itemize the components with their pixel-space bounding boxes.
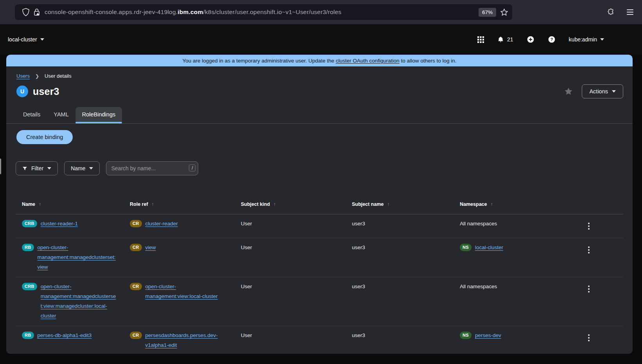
user-resource-badge: U xyxy=(16,86,28,97)
column-header-subjectname[interactable]: Subject name↑ xyxy=(346,195,454,214)
roleref-link[interactable]: persesdashboards.perses.dev-v1alpha1-edi… xyxy=(145,330,229,350)
namespace-text: All namespaces xyxy=(460,282,497,291)
breadcrumb: Users ❯ User details xyxy=(6,66,633,79)
kebab-menu-button[interactable] xyxy=(586,243,592,257)
browser-toolbar: console-openshift-console.apps.rdr-jeev-… xyxy=(0,0,642,24)
chevron-down-icon xyxy=(40,38,44,41)
tab-yaml[interactable]: YAML xyxy=(47,107,75,123)
kebab-menu-button[interactable] xyxy=(586,282,592,296)
kebab-cell xyxy=(579,238,598,277)
kebab-menu-button[interactable] xyxy=(586,331,592,344)
tab-rolebindings[interactable]: RoleBindings xyxy=(75,107,122,123)
column-header-namespace[interactable]: Namespace↑ xyxy=(454,195,579,214)
help-icon[interactable]: ? xyxy=(548,36,556,43)
binding-name-link[interactable]: open-cluster-management:managedclusterse… xyxy=(38,243,118,272)
bookmark-star-icon[interactable] xyxy=(500,8,508,16)
extensions-icon[interactable] xyxy=(607,8,615,16)
namespace-cell: NSlocal-cluster xyxy=(454,238,579,277)
binding-kind-badge: CRB xyxy=(22,220,37,227)
subject-name-cell: user3 xyxy=(346,277,454,326)
name-cell: CRBcluster-reader-1 xyxy=(16,214,124,238)
sort-icon[interactable]: ↑ xyxy=(273,200,276,209)
binding-name-link[interactable]: cluster-reader-1 xyxy=(41,219,78,228)
table-header-row: Name↑ Role ref↑ Subject kind↑ Subject na… xyxy=(16,195,623,214)
import-plus-icon[interactable] xyxy=(527,36,534,43)
namespace-text: All namespaces xyxy=(460,219,497,228)
binding-kind-badge: RB xyxy=(22,244,34,251)
roleref-cell: CRcluster-reader xyxy=(124,214,235,238)
column-header-name[interactable]: Name↑ xyxy=(16,195,124,214)
sort-icon[interactable]: ↑ xyxy=(387,200,389,209)
user-menu[interactable]: kube:admin xyxy=(569,36,604,43)
namespace-cell: All namespaces xyxy=(454,214,579,238)
namespace-cell: All namespaces xyxy=(454,277,579,326)
name-filter-dropdown[interactable]: Name xyxy=(64,161,100,175)
actions-button[interactable]: Actions xyxy=(582,84,623,98)
kebab-cell xyxy=(579,214,598,238)
actions-button-label: Actions xyxy=(589,88,608,95)
breadcrumb-users-link[interactable]: Users xyxy=(16,73,30,79)
roleref-cell: CRopen-cluster-management:view:local-clu… xyxy=(124,277,235,326)
lock-warning-icon[interactable] xyxy=(31,7,42,18)
role-kind-badge: CR xyxy=(130,244,142,251)
cluster-selector[interactable]: local-cluster xyxy=(8,36,44,43)
kebab-cell xyxy=(579,277,598,326)
column-header-roleref[interactable]: Role ref↑ xyxy=(124,195,235,214)
role-kind-badge: CR xyxy=(130,332,142,339)
binding-kind-badge: CRB xyxy=(22,283,37,290)
menu-icon[interactable] xyxy=(627,9,633,15)
left-edge-scrollbar[interactable] xyxy=(0,159,1,174)
binding-kind-badge: RB xyxy=(22,332,34,339)
notification-count: 21 xyxy=(507,36,513,43)
subject-kind-cell: User xyxy=(235,238,346,277)
search-input[interactable] xyxy=(106,161,198,175)
name-filter-label: Name xyxy=(71,165,85,171)
search-shortcut-key: / xyxy=(189,164,195,171)
kebab-menu-button[interactable] xyxy=(586,219,592,233)
oauth-config-link[interactable]: cluster OAuth configuration xyxy=(336,58,400,64)
favorite-star-icon[interactable] xyxy=(564,87,573,96)
chevron-down-icon xyxy=(600,38,604,41)
tab-details[interactable]: Details xyxy=(16,107,47,123)
address-url[interactable]: console-openshift-console.apps.rdr-jeev-… xyxy=(45,9,479,16)
subject-kind-cell: User xyxy=(235,214,346,238)
zoom-level-badge[interactable]: 67% xyxy=(479,8,496,17)
create-binding-button[interactable]: Create binding xyxy=(16,130,73,144)
roleref-cell: CRview xyxy=(124,238,235,277)
binding-name-link[interactable]: open-cluster-management:managedclusterse… xyxy=(41,282,117,321)
url-bar[interactable]: console-openshift-console.apps.rdr-jeev-… xyxy=(15,4,512,20)
temp-admin-banner: You are logged in as a temporary adminis… xyxy=(6,55,633,66)
subject-name-cell: user3 xyxy=(346,326,454,354)
name-cell: RBopen-cluster-management:managedcluster… xyxy=(16,238,124,277)
roleref-link[interactable]: open-cluster-management:view:local-clust… xyxy=(145,282,229,301)
table-row: RBopen-cluster-management:managedcluster… xyxy=(16,238,623,277)
table-row: CRBopen-cluster-management:managedcluste… xyxy=(16,277,623,326)
binding-name-link[interactable]: perses-db-alpha1-edit3 xyxy=(38,330,92,340)
filter-funnel-icon xyxy=(22,166,27,171)
role-kind-badge: CR xyxy=(130,220,142,227)
chevron-down-icon xyxy=(47,167,51,170)
role-kind-badge: CR xyxy=(130,283,142,290)
sort-icon[interactable]: ↑ xyxy=(491,200,493,209)
namespace-link[interactable]: perses-dev xyxy=(475,330,501,340)
tab-bar: Details YAML RoleBindings xyxy=(16,107,633,123)
roleref-link[interactable]: cluster-reader xyxy=(145,219,178,228)
notifications-bell[interactable]: 21 xyxy=(497,36,513,43)
sort-icon[interactable]: ↑ xyxy=(39,200,41,209)
shield-icon[interactable] xyxy=(20,7,31,18)
column-header-subjectkind[interactable]: Subject kind↑ xyxy=(235,195,346,214)
filter-dropdown[interactable]: Filter xyxy=(16,161,58,175)
subject-kind-cell: User xyxy=(235,277,346,326)
sort-icon[interactable]: ↑ xyxy=(152,200,154,209)
table-body: CRBcluster-reader-1CRcluster-readerUseru… xyxy=(16,214,623,354)
svg-text:?: ? xyxy=(550,37,553,42)
namespace-link[interactable]: local-cluster xyxy=(475,243,503,252)
rolebindings-table: Name↑ Role ref↑ Subject kind↑ Subject na… xyxy=(16,195,623,354)
name-cell: RBperses-db-alpha1-edit3 xyxy=(16,326,124,354)
subject-name-cell: user3 xyxy=(346,214,454,238)
name-cell: CRBopen-cluster-management:managedcluste… xyxy=(16,277,124,326)
content-panel: You are logged in as a temporary adminis… xyxy=(6,55,633,354)
app-launcher-icon[interactable] xyxy=(477,36,484,43)
banner-text-after: to allow others to log in. xyxy=(401,58,457,64)
roleref-link[interactable]: view xyxy=(145,243,156,252)
